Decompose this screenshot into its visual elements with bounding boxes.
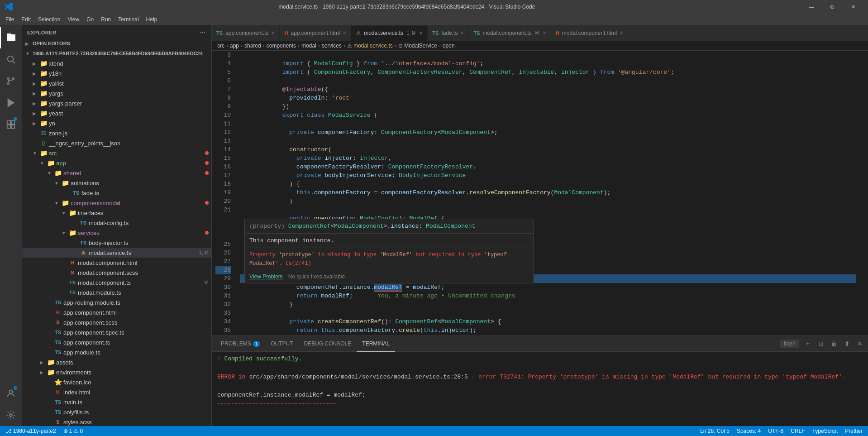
line-ending-status[interactable]: CRLF: [789, 428, 806, 434]
styles-scss[interactable]: S styles.scss: [22, 417, 211, 426]
favicon-ico[interactable]: ⭐ favicon.ico: [22, 377, 211, 387]
crumb-components[interactable]: components: [267, 43, 296, 49]
environments-folder[interactable]: ▶ 📁 environments: [22, 367, 211, 377]
language-status[interactable]: TypeScript: [811, 428, 840, 434]
modal-component-scss[interactable]: S modal.component.scss: [22, 268, 211, 278]
fade-file[interactable]: TS fade.ts: [22, 188, 211, 198]
menu-run[interactable]: Run: [97, 15, 114, 24]
list-item[interactable]: ▶ 📁 y18n: [22, 68, 211, 78]
tab-close-button[interactable]: ✕: [620, 30, 623, 35]
encoding-status[interactable]: UTF-8: [766, 428, 785, 434]
formatter-status[interactable]: Prettier: [843, 428, 864, 434]
list-item[interactable]: ▶ 📁 xtend: [22, 58, 211, 68]
crumb-modal-service[interactable]: ⚠ modal.service.ts: [347, 43, 393, 49]
menu-terminal[interactable]: Terminal: [114, 15, 142, 24]
tab-output[interactable]: OUTPUT: [265, 336, 298, 352]
modal-module-ts[interactable]: TS modal.module.ts: [22, 287, 211, 297]
app-folder[interactable]: ▼ 📁 app: [22, 158, 211, 168]
tab-fade-ts[interactable]: TS fade.ts ✕: [428, 25, 469, 41]
code-editor[interactable]: 3 4 5 6 7 8 9 10 11 12 13 14 15 16 17 18: [212, 51, 868, 335]
list-item[interactable]: ▶ 📁 yn: [22, 118, 211, 128]
list-item[interactable]: ▶ 📁 yallist: [22, 78, 211, 88]
project-folder[interactable]: ▼ 1980-A11Y-PARTE2-73B3283B6C79ECE59B4FD…: [22, 48, 211, 58]
tab-modal-component-ts[interactable]: TS modal.component.ts M ✕: [469, 25, 551, 41]
kill-terminal-button[interactable]: 🗑: [829, 339, 839, 348]
cursor-position-status[interactable]: Ln 28, Col 5: [698, 428, 731, 434]
maximize-panel-button[interactable]: ⬆: [843, 339, 852, 348]
tab-close-button[interactable]: ✕: [543, 30, 546, 35]
services-folder[interactable]: ▼ 📁 services: [22, 228, 211, 238]
tab-modal-service-ts[interactable]: ⚠ modal.service.ts 1, M ✕: [351, 25, 428, 41]
crumb-src[interactable]: src: [217, 43, 224, 49]
tab-app-component-html[interactable]: H app.component.html ✕: [280, 25, 351, 41]
components-modal-folder[interactable]: ▼ 📁 components\modal: [22, 198, 211, 208]
tab-debug-console[interactable]: DEBUG CONSOLE: [299, 336, 357, 352]
maximize-button[interactable]: ⧉: [822, 0, 843, 14]
list-item[interactable]: JS zone.js: [22, 128, 211, 138]
tab-close-button[interactable]: ✕: [460, 30, 464, 35]
git-branch-status[interactable]: ⎇ 1980-a11y-parte2: [4, 428, 58, 434]
crumb-services[interactable]: services: [322, 43, 342, 49]
run-debug-icon[interactable]: [0, 92, 22, 114]
body-injector-file[interactable]: TS body-injector.ts: [22, 238, 211, 248]
code-content[interactable]: import { ModalConfig } from '../interfac…: [234, 51, 862, 335]
crumb-app[interactable]: app: [230, 43, 239, 49]
source-control-icon[interactable]: [0, 70, 22, 92]
crumb-shared[interactable]: shared: [244, 43, 261, 49]
split-terminal-button[interactable]: ⊟: [816, 339, 825, 348]
list-item[interactable]: {} __ngcc_entry_points__json: [22, 138, 211, 148]
menu-go[interactable]: Go: [83, 15, 97, 24]
close-panel-button[interactable]: ✕: [855, 339, 864, 348]
app-component-ts[interactable]: TS app.component.ts: [22, 337, 211, 347]
tab-close-button[interactable]: ✕: [419, 31, 423, 36]
list-item[interactable]: ▶ 📁 yargs: [22, 88, 211, 98]
animations-folder[interactable]: ▼ 📁 animations: [22, 178, 211, 188]
terminal-content[interactable]: : Compiled successfully. ERROR in src/ap…: [212, 352, 868, 426]
modal-component-html[interactable]: H modal.component.html: [22, 258, 211, 268]
app-routing-module[interactable]: TS app-routing.module.ts: [22, 297, 211, 307]
tab-modal-component-html[interactable]: H modal.component.html ✕: [551, 25, 628, 41]
settings-icon[interactable]: [0, 404, 22, 426]
errors-status[interactable]: ⊗ 1 ⚠ 0: [62, 428, 85, 434]
tab-problems[interactable]: PROBLEMS 1: [215, 336, 265, 352]
files-icon[interactable]: [0, 27, 22, 48]
src-folder[interactable]: ▼ 📁 src: [22, 148, 211, 158]
main-ts[interactable]: TS main.ts: [22, 397, 211, 407]
tab-close-button[interactable]: ✕: [343, 30, 346, 35]
modal-component-ts[interactable]: TS modal.component.ts M: [22, 278, 211, 287]
menu-view[interactable]: View: [64, 15, 83, 24]
list-item[interactable]: ▶ 📁 yargs-parser: [22, 98, 211, 108]
account-icon[interactable]: [0, 383, 22, 404]
search-icon[interactable]: [0, 48, 22, 70]
interfaces-folder[interactable]: ▼ 📁 interfaces: [22, 208, 211, 218]
minimize-button[interactable]: —: [801, 0, 822, 14]
extensions-icon[interactable]: [0, 114, 22, 135]
app-component-html[interactable]: H app.component.html: [22, 307, 211, 317]
view-problem-link[interactable]: View Problem: [249, 273, 283, 281]
tab-terminal[interactable]: TERMINAL: [357, 336, 395, 352]
indentation-status[interactable]: Spaces: 4: [735, 428, 763, 434]
tab-app-component-ts[interactable]: TS app.component.ts ✕: [212, 25, 280, 41]
app-module-ts[interactable]: TS app.module.ts: [22, 347, 211, 357]
tab-close-button[interactable]: ✕: [271, 30, 275, 35]
crumb-modal[interactable]: modal: [301, 43, 316, 49]
menu-file[interactable]: File: [2, 15, 18, 24]
open-editors-section[interactable]: ▶ OPEN EDITORS: [22, 38, 211, 48]
crumb-open[interactable]: open: [443, 43, 455, 49]
modal-config-file[interactable]: TS modal-config.ts: [22, 218, 211, 228]
window-controls[interactable]: — ⧉ ✕: [801, 0, 863, 14]
assets-folder[interactable]: ▶ 📁 assets: [22, 357, 211, 367]
polyfills-ts[interactable]: TS polyfills.ts: [22, 407, 211, 417]
app-component-spec[interactable]: TS app.component.spec.ts: [22, 327, 211, 337]
menu-selection[interactable]: Selection: [34, 15, 64, 24]
modal-service-file[interactable]: ⚠ modal.service.ts 1, M: [22, 248, 211, 258]
scrollbar-vertical[interactable]: [862, 51, 868, 335]
app-component-scss[interactable]: S app.component.scss: [22, 317, 211, 327]
sidebar-more-button[interactable]: ···: [199, 29, 206, 37]
close-button[interactable]: ✕: [843, 0, 863, 14]
add-terminal-button[interactable]: ＋: [803, 339, 813, 349]
menu-edit[interactable]: Edit: [18, 15, 34, 24]
crumb-modal-service-class[interactable]: ⊙ ModalService: [398, 43, 437, 49]
menu-help[interactable]: Help: [143, 15, 161, 24]
shared-folder[interactable]: ▼ 📁 shared: [22, 168, 211, 178]
